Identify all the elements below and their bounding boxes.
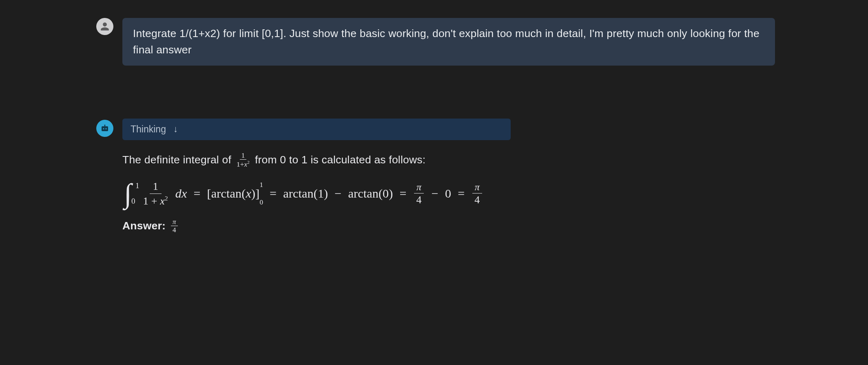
integral-sign-icon: ∫: [124, 181, 132, 206]
thinking-toggle[interactable]: Thinking ↓: [122, 119, 511, 140]
dx: dx: [175, 184, 187, 203]
user-message-bubble: Integrate 1/(1+x2) for limit [0,1]. Just…: [122, 18, 775, 66]
svg-point-3: [105, 128, 106, 129]
chevron-down-icon: ↓: [173, 125, 178, 134]
user-avatar-icon: [96, 18, 113, 35]
user-message-text: Integrate 1/(1+x2) for limit [0,1]. Just…: [133, 27, 760, 56]
equals-1: =: [189, 184, 204, 203]
answer-fraction: π 4: [171, 218, 178, 233]
bracket-limits: 1 0: [259, 184, 263, 203]
display-equation: ∫ 1 0 1 1 + x2 dx = [arctan(x)]: [122, 168, 511, 207]
pi-over-4-b: π 4: [472, 182, 482, 205]
bot-message-row: Thinking ↓ The definite integral of 1 1+…: [96, 119, 827, 235]
integral-lower: 0: [131, 195, 135, 207]
inline-frac-den: 1+x2: [235, 160, 251, 168]
zero: 0: [445, 184, 451, 203]
equals-3: =: [395, 184, 410, 203]
response-intro-post: from 0 to 1 is calculated as follows:: [255, 152, 425, 168]
minus-1: −: [330, 184, 345, 203]
answer-line: Answer: π 4: [122, 206, 511, 234]
equals-2: =: [266, 184, 281, 203]
integral-upper: 1: [135, 180, 140, 191]
user-message-row: Integrate 1/(1+x2) for limit [0,1]. Just…: [96, 18, 827, 66]
thinking-label: Thinking: [131, 124, 166, 135]
response-intro-pre: The definite integral of: [122, 152, 231, 168]
answer-label: Answer:: [122, 218, 166, 234]
pi-over-4-a: π 4: [414, 182, 424, 205]
bot-message-column: Thinking ↓ The definite integral of 1 1+…: [122, 119, 511, 235]
svg-rect-1: [104, 125, 105, 126]
message-gap: [96, 66, 827, 119]
bot-avatar-icon: [96, 120, 113, 137]
svg-point-2: [103, 128, 104, 129]
arctan-0: arctan(0): [348, 184, 393, 203]
minus-2: −: [427, 184, 443, 203]
integral-block: ∫ 1 0: [124, 181, 132, 206]
bot-response: The definite integral of 1 1+x2 from 0 t…: [122, 140, 511, 235]
equals-4: =: [454, 184, 469, 203]
inline-fraction: 1 1+x2: [235, 152, 251, 168]
integrand-fraction: 1 1 + x2: [140, 181, 171, 207]
chat-container: Integrate 1/(1+x2) for limit [0,1]. Just…: [0, 0, 868, 234]
response-intro-line: The definite integral of 1 1+x2 from 0 t…: [122, 152, 511, 168]
antiderivative-bracket: [arctan(x)] 1 0: [207, 184, 264, 203]
svg-rect-0: [102, 126, 108, 131]
arctan-1: arctan(1): [283, 184, 328, 203]
inline-frac-num: 1: [240, 152, 247, 160]
